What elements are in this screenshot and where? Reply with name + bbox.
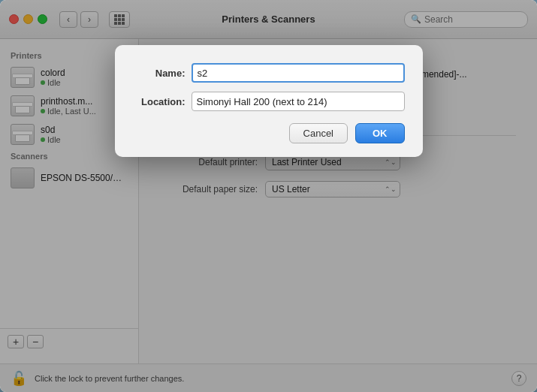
modal-name-label: Name: [133, 68, 186, 79]
rename-dialog: Name: Location: Cancel OK [115, 45, 423, 157]
modal-location-input[interactable] [192, 92, 405, 111]
modal-location-row: Location: [133, 92, 405, 111]
modal-cancel-button[interactable]: Cancel [289, 123, 348, 143]
modal-ok-button[interactable]: OK [355, 123, 405, 143]
modal-name-row: Name: [133, 63, 405, 83]
modal-overlay: Name: Location: Cancel OK [0, 0, 537, 392]
printers-scanners-window: ‹ › Printers & Scanners 🔍 Printers color… [0, 0, 537, 392]
modal-name-input[interactable] [192, 63, 405, 83]
modal-location-label: Location: [133, 96, 186, 107]
modal-buttons: Cancel OK [133, 123, 405, 143]
